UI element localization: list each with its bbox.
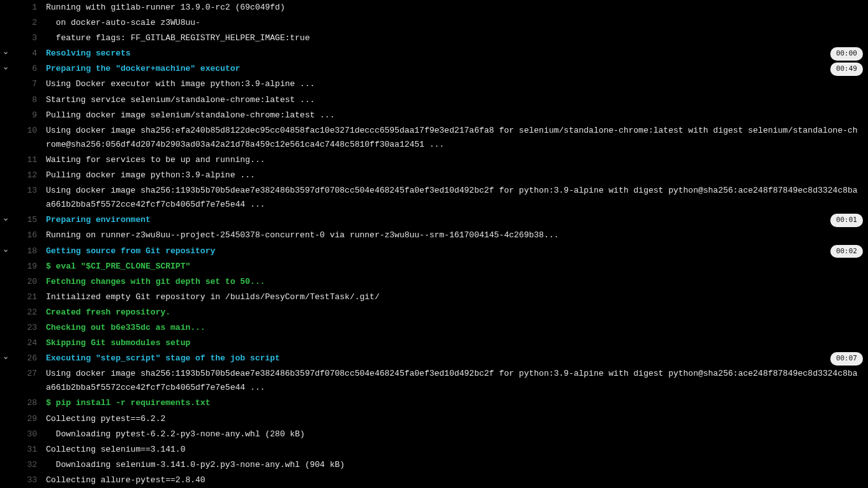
log-line: 33Collecting allure-pytest==2.8.40 [0, 473, 868, 488]
log-line: 22Created fresh repository. [0, 305, 868, 320]
log-text: Using Docker executor with image python:… [46, 77, 868, 91]
chevron-spacer [0, 336, 11, 338]
line-number[interactable]: 1 [11, 1, 46, 15]
log-line: 26Executing "step_script" stage of the j… [0, 351, 868, 366]
log-line: 27Using docker image sha256:1193b5b70b5d… [0, 366, 868, 396]
duration-badge: 00:00 [830, 47, 863, 61]
log-text: Using docker image sha256:1193b5b70b5dea… [46, 184, 868, 212]
chevron-spacer [0, 168, 11, 170]
chevron-spacer [0, 1, 11, 3]
log-line: 15Preparing environment00:01 [0, 212, 868, 228]
chevron-spacer [0, 458, 11, 460]
duration-badge: 00:49 [830, 62, 863, 76]
log-line: 11Waiting for services to be up and runn… [0, 152, 868, 168]
log-line: 18Getting source from Git repository00:0… [0, 244, 868, 259]
line-number[interactable]: 6 [11, 62, 46, 76]
chevron-spacer [0, 108, 11, 110]
log-line: 20Fetching changes with git depth set to… [0, 274, 868, 290]
log-line: 21Initialized empty Git repository in /b… [0, 290, 868, 305]
log-line: 2 on docker-auto-scale z3WU8uu- [0, 15, 868, 31]
line-number[interactable]: 2 [11, 16, 46, 30]
chevron-spacer [0, 16, 11, 18]
line-number[interactable]: 32 [11, 458, 46, 472]
log-text: Using docker image sha256:efa240b85d8122… [46, 124, 868, 152]
chevron-spacer [0, 306, 11, 307]
log-text: on docker-auto-scale z3WU8uu- [46, 16, 868, 30]
line-number[interactable]: 21 [11, 290, 46, 304]
collapse-toggle[interactable] [0, 351, 11, 366]
line-number[interactable]: 12 [11, 168, 46, 182]
section-header[interactable]: Resolving secrets [46, 47, 830, 61]
line-number[interactable]: 24 [11, 336, 46, 350]
chevron-spacer [0, 367, 11, 369]
chevron-spacer [0, 153, 11, 155]
log-line: 9Pulling docker image selenium/standalon… [0, 108, 868, 123]
log-line: 13Using docker image sha256:1193b5b70b5d… [0, 183, 868, 212]
line-number[interactable]: 33 [11, 473, 46, 487]
log-line: 32 Downloading selenium-3.141.0-py2.py3-… [0, 457, 868, 473]
log-line: 3 feature flags: FF_GITLAB_REGISTRY_HELP… [0, 31, 868, 46]
collapse-toggle[interactable] [0, 62, 11, 76]
log-text: Downloading pytest-6.2.2-py3-none-any.wh… [46, 427, 868, 441]
collapse-toggle[interactable] [0, 47, 11, 61]
chevron-spacer [0, 473, 11, 475]
chevron-spacer [0, 31, 11, 33]
log-text: Downloading selenium-3.141.0-py2.py3-non… [46, 458, 868, 472]
chevron-spacer [0, 228, 11, 230]
collapse-toggle[interactable] [0, 213, 11, 227]
line-number[interactable]: 31 [11, 443, 46, 457]
log-text: $ pip install -r requirements.txt [46, 396, 868, 410]
line-number[interactable]: 26 [11, 351, 46, 366]
log-text: Pulling docker image python:3.9-alpine .… [46, 168, 868, 182]
line-number[interactable]: 27 [11, 367, 46, 381]
log-line: 19$ eval "$CI_PRE_CLONE_SCRIPT" [0, 259, 868, 274]
chevron-spacer [0, 93, 11, 95]
log-text: Collecting allure-pytest==2.8.40 [46, 473, 868, 487]
chevron-spacer [0, 77, 11, 79]
line-number[interactable]: 7 [11, 77, 46, 91]
line-number[interactable]: 22 [11, 306, 46, 320]
log-text: Collecting selenium==3.141.0 [46, 443, 868, 457]
log-line: 24Skipping Git submodules setup [0, 336, 868, 351]
log-text: Pulling docker image selenium/standalone… [46, 108, 868, 122]
log-text: Initialized empty Git repository in /bui… [46, 290, 868, 304]
chevron-spacer [0, 427, 11, 429]
line-number[interactable]: 9 [11, 108, 46, 122]
line-number[interactable]: 16 [11, 228, 46, 242]
line-number[interactable]: 18 [11, 244, 46, 258]
log-text: Created fresh repository. [46, 306, 868, 320]
log-line: 28$ pip install -r requirements.txt [0, 396, 868, 411]
line-number[interactable]: 11 [11, 153, 46, 167]
line-number[interactable]: 10 [11, 124, 46, 138]
collapse-toggle[interactable] [0, 244, 11, 258]
line-number[interactable]: 23 [11, 321, 46, 335]
chevron-spacer [0, 124, 11, 126]
log-line: 16Running on runner-z3wu8uu--project-254… [0, 228, 868, 243]
duration-badge: 00:01 [830, 213, 863, 227]
chevron-spacer [0, 396, 11, 398]
chevron-spacer [0, 260, 11, 262]
log-text: Starting service selenium/standalone-chr… [46, 93, 868, 107]
line-number[interactable]: 28 [11, 396, 46, 410]
chevron-spacer [0, 443, 11, 445]
line-number[interactable]: 15 [11, 213, 46, 227]
section-header[interactable]: Preparing the "docker+machine" executor [46, 62, 830, 76]
log-text: Waiting for services to be up and runnin… [46, 153, 868, 167]
line-number[interactable]: 29 [11, 412, 46, 426]
section-header[interactable]: Executing "step_script" stage of the job… [46, 351, 830, 366]
section-header[interactable]: Getting source from Git repository [46, 244, 830, 258]
log-text: Using docker image sha256:1193b5b70b5dea… [46, 367, 868, 395]
log-text: Fetching changes with git depth set to 5… [46, 275, 868, 289]
line-number[interactable]: 19 [11, 260, 46, 274]
log-line: 8Starting service selenium/standalone-ch… [0, 92, 868, 108]
line-number[interactable]: 20 [11, 275, 46, 289]
line-number[interactable]: 30 [11, 427, 46, 441]
line-number[interactable]: 3 [11, 31, 46, 45]
line-number[interactable]: 13 [11, 184, 46, 198]
log-text: Checking out b6e335dc as main... [46, 321, 868, 335]
line-number[interactable]: 4 [11, 47, 46, 61]
line-number[interactable]: 8 [11, 93, 46, 107]
log-line: 6Preparing the "docker+machine" executor… [0, 61, 868, 77]
section-header[interactable]: Preparing environment [46, 213, 830, 227]
log-text: $ eval "$CI_PRE_CLONE_SCRIPT" [46, 260, 868, 274]
